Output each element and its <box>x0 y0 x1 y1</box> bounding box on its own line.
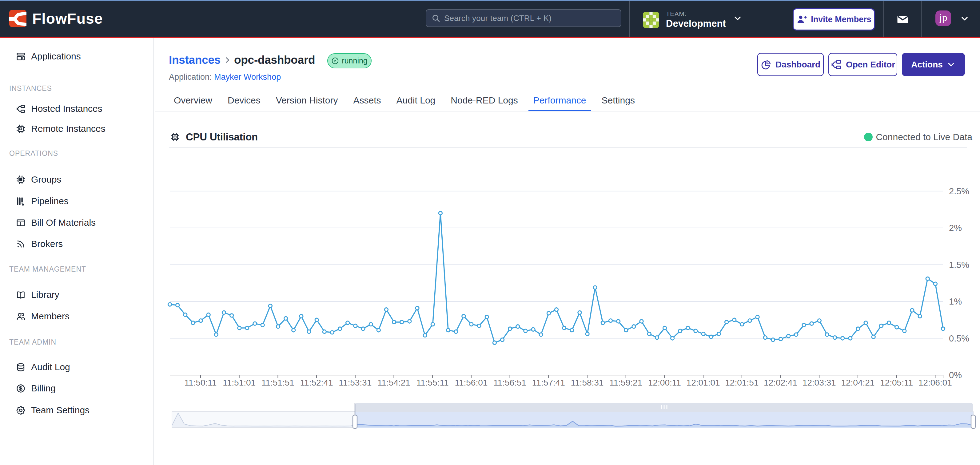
svg-text:11:58:31: 11:58:31 <box>571 378 604 387</box>
svg-text:2.5%: 2.5% <box>949 186 969 196</box>
svg-text:11:56:51: 11:56:51 <box>493 378 526 387</box>
svg-text:2%: 2% <box>949 223 962 233</box>
svg-text:0.5%: 0.5% <box>949 334 969 344</box>
svg-text:12:04:21: 12:04:21 <box>841 378 875 387</box>
svg-text:11:54:21: 11:54:21 <box>377 378 410 387</box>
svg-text:11:51:01: 11:51:01 <box>223 378 256 387</box>
svg-text:11:51:51: 11:51:51 <box>261 378 294 387</box>
svg-text:11:52:41: 11:52:41 <box>300 378 333 387</box>
svg-text:12:06:01: 12:06:01 <box>918 378 952 387</box>
svg-text:12:00:11: 12:00:11 <box>648 378 681 387</box>
svg-text:1%: 1% <box>949 297 962 307</box>
svg-text:11:50:11: 11:50:11 <box>185 378 217 387</box>
svg-text:11:57:41: 11:57:41 <box>532 378 565 387</box>
svg-text:11:55:11: 11:55:11 <box>417 378 449 387</box>
svg-text:11:56:01: 11:56:01 <box>455 378 488 387</box>
svg-text:1.5%: 1.5% <box>949 260 969 270</box>
svg-text:12:01:51: 12:01:51 <box>725 378 759 387</box>
svg-text:12:05:11: 12:05:11 <box>880 378 913 387</box>
svg-text:12:03:31: 12:03:31 <box>802 378 836 387</box>
svg-text:12:02:41: 12:02:41 <box>764 378 797 387</box>
svg-text:11:59:21: 11:59:21 <box>609 378 642 387</box>
svg-text:12:01:01: 12:01:01 <box>687 378 720 387</box>
svg-text:11:53:31: 11:53:31 <box>339 378 372 387</box>
